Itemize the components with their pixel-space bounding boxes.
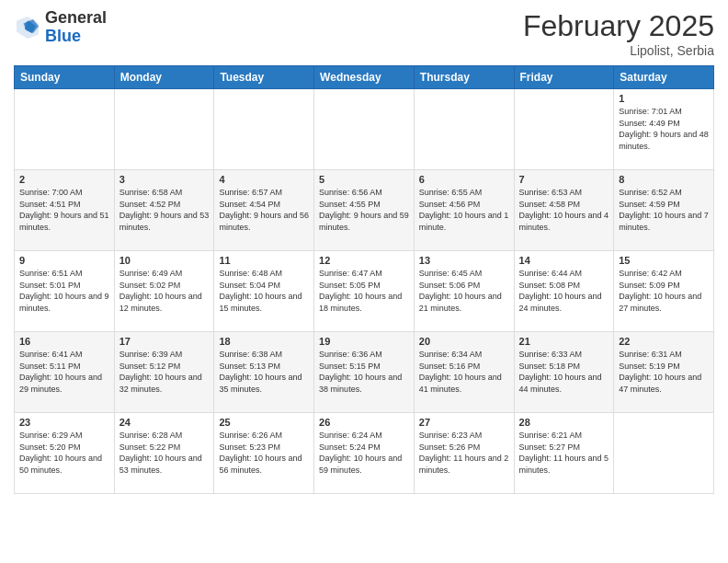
day-info: Sunrise: 6:47 AM Sunset: 5:05 PM Dayligh…: [319, 268, 409, 314]
day-number: 1: [619, 93, 709, 104]
day-cell: 11Sunrise: 6:48 AM Sunset: 5:04 PM Dayli…: [214, 251, 314, 332]
day-cell: 19Sunrise: 6:36 AM Sunset: 5:15 PM Dayli…: [314, 332, 415, 413]
day-info: Sunrise: 6:42 AM Sunset: 5:09 PM Dayligh…: [619, 268, 709, 314]
day-number: 3: [119, 174, 210, 185]
day-cell: 10Sunrise: 6:49 AM Sunset: 5:02 PM Dayli…: [114, 251, 214, 332]
weekday-header-thursday: Thursday: [414, 66, 514, 89]
weekday-header-saturday: Saturday: [614, 66, 714, 89]
day-info: Sunrise: 6:21 AM Sunset: 5:27 PM Dayligh…: [519, 430, 609, 476]
day-info: Sunrise: 6:56 AM Sunset: 4:55 PM Dayligh…: [319, 187, 409, 233]
day-info: Sunrise: 6:53 AM Sunset: 4:58 PM Dayligh…: [519, 187, 609, 233]
day-number: 23: [19, 417, 109, 428]
day-info: Sunrise: 6:51 AM Sunset: 5:01 PM Dayligh…: [19, 268, 109, 314]
day-info: Sunrise: 6:38 AM Sunset: 5:13 PM Dayligh…: [219, 349, 309, 395]
day-number: 25: [219, 417, 309, 428]
location: Lipolist, Serbia: [523, 43, 714, 58]
day-number: 27: [419, 417, 509, 428]
day-cell: 1Sunrise: 7:01 AM Sunset: 4:49 PM Daylig…: [614, 89, 714, 170]
day-number: 7: [519, 174, 609, 185]
day-cell: 13Sunrise: 6:45 AM Sunset: 5:06 PM Dayli…: [414, 251, 514, 332]
day-info: Sunrise: 6:28 AM Sunset: 5:22 PM Dayligh…: [119, 430, 210, 476]
day-cell: 3Sunrise: 6:58 AM Sunset: 4:52 PM Daylig…: [114, 170, 214, 251]
day-cell: 8Sunrise: 6:52 AM Sunset: 4:59 PM Daylig…: [614, 170, 714, 251]
day-cell: 7Sunrise: 6:53 AM Sunset: 4:58 PM Daylig…: [514, 170, 614, 251]
day-cell: 17Sunrise: 6:39 AM Sunset: 5:12 PM Dayli…: [114, 332, 214, 413]
day-info: Sunrise: 6:36 AM Sunset: 5:15 PM Dayligh…: [319, 349, 409, 395]
day-cell: 16Sunrise: 6:41 AM Sunset: 5:11 PM Dayli…: [15, 332, 115, 413]
day-cell: 14Sunrise: 6:44 AM Sunset: 5:08 PM Dayli…: [514, 251, 614, 332]
day-cell: [614, 413, 714, 494]
week-row-3: 9Sunrise: 6:51 AM Sunset: 5:01 PM Daylig…: [15, 251, 714, 332]
day-info: Sunrise: 6:44 AM Sunset: 5:08 PM Dayligh…: [519, 268, 609, 314]
weekday-header-monday: Monday: [114, 66, 214, 89]
day-cell: 23Sunrise: 6:29 AM Sunset: 5:20 PM Dayli…: [15, 413, 115, 494]
weekday-header-friday: Friday: [514, 66, 614, 89]
logo: General Blue: [14, 9, 107, 46]
day-cell: 27Sunrise: 6:23 AM Sunset: 5:26 PM Dayli…: [414, 413, 514, 494]
logo-text: General Blue: [45, 9, 107, 46]
day-info: Sunrise: 6:29 AM Sunset: 5:20 PM Dayligh…: [19, 430, 109, 476]
day-number: 14: [519, 255, 609, 266]
day-number: 18: [219, 336, 309, 347]
header: General Blue February 2025 Lipolist, Ser…: [14, 9, 714, 58]
day-info: Sunrise: 6:41 AM Sunset: 5:11 PM Dayligh…: [19, 349, 109, 395]
day-cell: 26Sunrise: 6:24 AM Sunset: 5:24 PM Dayli…: [314, 413, 415, 494]
day-cell: 5Sunrise: 6:56 AM Sunset: 4:55 PM Daylig…: [314, 170, 415, 251]
day-cell: [15, 89, 115, 170]
day-number: 13: [419, 255, 509, 266]
day-info: Sunrise: 6:52 AM Sunset: 4:59 PM Dayligh…: [619, 187, 709, 233]
weekday-header-wednesday: Wednesday: [314, 66, 415, 89]
day-cell: 6Sunrise: 6:55 AM Sunset: 4:56 PM Daylig…: [414, 170, 514, 251]
day-info: Sunrise: 6:57 AM Sunset: 4:54 PM Dayligh…: [219, 187, 309, 233]
day-number: 4: [219, 174, 309, 185]
day-cell: 25Sunrise: 6:26 AM Sunset: 5:23 PM Dayli…: [214, 413, 314, 494]
day-cell: 4Sunrise: 6:57 AM Sunset: 4:54 PM Daylig…: [214, 170, 314, 251]
day-number: 10: [119, 255, 210, 266]
day-info: Sunrise: 6:39 AM Sunset: 5:12 PM Dayligh…: [119, 349, 210, 395]
logo-icon: [14, 14, 41, 41]
logo-blue-text: Blue: [45, 27, 81, 45]
title-block: February 2025 Lipolist, Serbia: [523, 9, 714, 58]
day-info: Sunrise: 6:55 AM Sunset: 4:56 PM Dayligh…: [419, 187, 509, 233]
day-info: Sunrise: 7:01 AM Sunset: 4:49 PM Dayligh…: [619, 106, 709, 152]
day-cell: 21Sunrise: 6:33 AM Sunset: 5:18 PM Dayli…: [514, 332, 614, 413]
day-cell: [214, 89, 314, 170]
day-cell: 9Sunrise: 6:51 AM Sunset: 5:01 PM Daylig…: [15, 251, 115, 332]
day-number: 6: [419, 174, 509, 185]
week-row-5: 23Sunrise: 6:29 AM Sunset: 5:20 PM Dayli…: [15, 413, 714, 494]
day-number: 28: [519, 417, 609, 428]
day-info: Sunrise: 6:34 AM Sunset: 5:16 PM Dayligh…: [419, 349, 509, 395]
day-cell: 18Sunrise: 6:38 AM Sunset: 5:13 PM Dayli…: [214, 332, 314, 413]
day-info: Sunrise: 7:00 AM Sunset: 4:51 PM Dayligh…: [19, 187, 109, 233]
day-info: Sunrise: 6:23 AM Sunset: 5:26 PM Dayligh…: [419, 430, 509, 476]
day-cell: [114, 89, 214, 170]
day-number: 21: [519, 336, 609, 347]
day-number: 26: [319, 417, 409, 428]
week-row-2: 2Sunrise: 7:00 AM Sunset: 4:51 PM Daylig…: [15, 170, 714, 251]
logo-general-text: General: [45, 8, 107, 27]
day-number: 5: [319, 174, 409, 185]
day-number: 19: [319, 336, 409, 347]
day-info: Sunrise: 6:33 AM Sunset: 5:18 PM Dayligh…: [519, 349, 609, 395]
day-cell: 12Sunrise: 6:47 AM Sunset: 5:05 PM Dayli…: [314, 251, 415, 332]
week-row-4: 16Sunrise: 6:41 AM Sunset: 5:11 PM Dayli…: [15, 332, 714, 413]
day-number: 11: [219, 255, 309, 266]
month-title: February 2025: [523, 9, 714, 43]
day-info: Sunrise: 6:49 AM Sunset: 5:02 PM Dayligh…: [119, 268, 210, 314]
day-cell: 24Sunrise: 6:28 AM Sunset: 5:22 PM Dayli…: [114, 413, 214, 494]
day-info: Sunrise: 6:26 AM Sunset: 5:23 PM Dayligh…: [219, 430, 309, 476]
day-cell: 15Sunrise: 6:42 AM Sunset: 5:09 PM Dayli…: [614, 251, 714, 332]
day-number: 15: [619, 255, 709, 266]
week-row-1: 1Sunrise: 7:01 AM Sunset: 4:49 PM Daylig…: [15, 89, 714, 170]
day-number: 22: [619, 336, 709, 347]
day-number: 17: [119, 336, 210, 347]
day-info: Sunrise: 6:48 AM Sunset: 5:04 PM Dayligh…: [219, 268, 309, 314]
day-number: 16: [19, 336, 109, 347]
day-cell: [514, 89, 614, 170]
day-number: 8: [619, 174, 709, 185]
day-number: 2: [19, 174, 109, 185]
day-info: Sunrise: 6:45 AM Sunset: 5:06 PM Dayligh…: [419, 268, 509, 314]
day-info: Sunrise: 6:58 AM Sunset: 4:52 PM Dayligh…: [119, 187, 210, 233]
weekday-header-row: SundayMondayTuesdayWednesdayThursdayFrid…: [15, 66, 714, 89]
day-cell: [314, 89, 415, 170]
